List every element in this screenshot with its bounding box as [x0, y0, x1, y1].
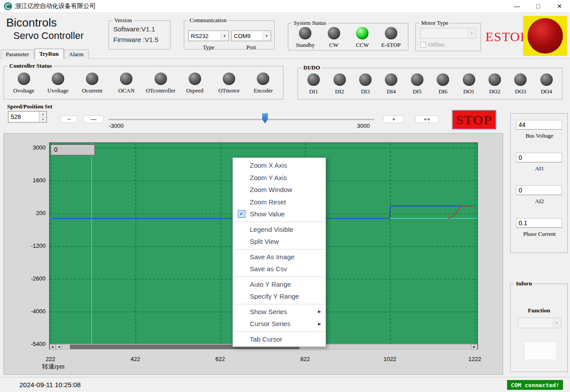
decrease-button[interactable]: −: [61, 115, 78, 123]
system-status-group: System Status StandbyCWCCWE-STOP: [288, 23, 408, 50]
title-bar: 浙江亿控自动化设备有限公司 — □ ✕: [0, 0, 570, 12]
led-icon: [299, 27, 311, 39]
readout-ai2: 0AI2: [516, 185, 563, 205]
indicator-ospeed: Ospeed: [178, 73, 212, 94]
motor-type-select[interactable]: ▼: [420, 28, 476, 38]
readout-bus-voltage: 44Bus Voltage: [516, 120, 563, 139]
connection-status-badge: COM connected!: [507, 380, 563, 390]
menu-item-specify-y-range[interactable]: Specify Y Range: [233, 290, 326, 303]
menu-item-legend-visible[interactable]: Legend Visible: [233, 223, 326, 236]
scroll-home-button[interactable]: ◉: [50, 344, 56, 350]
led-icon: [540, 73, 553, 86]
scroll-right-button[interactable]: ▶: [471, 344, 477, 350]
readout-value: 44: [516, 120, 562, 130]
speed-spinner[interactable]: 528 ▲ ▼: [8, 111, 47, 123]
menu-item-label: Zoom Reset: [250, 198, 326, 206]
chevron-down-icon: ▼: [553, 319, 560, 327]
menu-item-save-as-csv[interactable]: Save as Csv: [233, 263, 326, 275]
tab-alarm[interactable]: Alarm: [64, 50, 89, 59]
led-label: Encoder: [254, 87, 273, 94]
system-status-group-title: System Status: [292, 19, 328, 27]
led-label: Uvoltage: [47, 87, 69, 94]
spin-up-button[interactable]: ▲: [39, 111, 47, 117]
close-button[interactable]: ✕: [549, 0, 570, 12]
tab-tryrun[interactable]: TryRun: [35, 49, 64, 59]
led-label: Ospeed: [186, 87, 203, 94]
comm-port-label: Port: [231, 44, 271, 51]
speed-slider-handle[interactable]: [262, 113, 268, 123]
indicator-ccw: CCW: [348, 27, 377, 49]
comm-type-value: RS232: [191, 33, 209, 39]
menu-item-cursor-series[interactable]: Cursor Series▶: [233, 318, 326, 330]
menu-item-zoom-y-axis[interactable]: Zoom Y Axis: [233, 172, 326, 184]
indicator-di4: DI4: [378, 73, 404, 95]
led-icon: [189, 73, 201, 85]
led-label: CW: [329, 42, 338, 49]
indicator-uvoltage: Uvoltage: [41, 73, 75, 94]
maximize-button[interactable]: □: [527, 0, 549, 12]
led-icon: [385, 73, 397, 86]
checkmark-icon: ✔: [238, 210, 245, 218]
led-label: DI2: [335, 88, 344, 95]
emergency-stop-button[interactable]: [523, 16, 567, 56]
window-controls: — □ ✕: [506, 0, 570, 12]
tab-parameter[interactable]: Parameter: [1, 50, 34, 59]
menu-item-zoom-x-axis[interactable]: Zoom X Axis: [233, 159, 326, 172]
indicator-cw: CW: [320, 27, 349, 49]
offline-checkbox[interactable]: Offline: [420, 41, 445, 48]
x-tick-label: 1022: [377, 356, 402, 362]
inform-display: [524, 342, 557, 360]
decrease-fast-button[interactable]: —: [83, 115, 104, 123]
function-select[interactable]: ▼: [518, 318, 561, 328]
indicator-ocurrent: Ocurrent: [75, 73, 109, 94]
led-label: DO2: [489, 88, 500, 95]
stop-button[interactable]: STOP: [452, 110, 496, 130]
menu-item-split-view[interactable]: Split View: [233, 235, 326, 248]
led-icon: [18, 73, 30, 85]
comm-port-select[interactable]: COM9 ▼: [231, 31, 271, 41]
led-icon: [52, 73, 64, 85]
comm-type-select[interactable]: RS232 ▼: [188, 31, 229, 41]
spin-down-button[interactable]: ▼: [39, 117, 47, 123]
menu-item-tab-cursor[interactable]: Tab Cursor: [233, 333, 326, 346]
scroll-left-button[interactable]: ◀: [56, 344, 62, 350]
menu-item-zoom-window[interactable]: Zoom Window: [233, 184, 326, 196]
speed-slider-track[interactable]: [109, 119, 374, 120]
function-label: Function: [511, 307, 567, 314]
readout-value: 0: [516, 153, 562, 162]
menu-item-label: Legend Visible: [250, 226, 326, 233]
menu-item-label: Show Series: [250, 308, 326, 315]
minimize-button[interactable]: —: [506, 0, 527, 12]
slider-min-label: -3000: [109, 123, 124, 129]
increase-button[interactable]: +: [384, 115, 404, 123]
chevron-down-icon: ▼: [221, 31, 228, 40]
speed-set-title: Speed/Position Set: [7, 103, 52, 110]
checkbox-icon: [420, 42, 426, 48]
menu-item-label: Tab Cursor: [250, 335, 326, 343]
led-label: DI5: [413, 88, 422, 95]
header: Bicontrols Servo Controller Version Soft…: [0, 12, 570, 50]
menu-item-show-series[interactable]: Show Series▶: [233, 306, 326, 318]
emergency-stop-icon: [527, 18, 563, 54]
readout-label: AI1: [516, 165, 563, 172]
menu-item-zoom-reset[interactable]: Zoom Reset: [233, 196, 326, 208]
menu-item-label: Auto Y Range: [250, 281, 326, 288]
menu-gutter: ✔: [233, 210, 250, 218]
increase-fast-button[interactable]: ++: [415, 115, 438, 123]
submenu-arrow-icon: ▶: [318, 322, 321, 326]
readout-ai1: 0AI1: [516, 153, 563, 172]
version-group-title: Version: [112, 17, 134, 24]
led-label: OTcontroller: [146, 87, 175, 94]
speed-value-input[interactable]: 528: [8, 111, 39, 122]
led-label: DI1: [309, 88, 318, 95]
indicator-di1: DI1: [301, 73, 326, 95]
indicator-e-stop: E-STOP: [377, 27, 406, 49]
led-label: DI6: [438, 88, 447, 95]
led-label: Standby: [296, 42, 315, 49]
led-icon: [359, 73, 372, 86]
menu-item-save-as-image[interactable]: Save As Image: [233, 251, 326, 263]
menu-item-show-value[interactable]: ✔Show Value: [233, 208, 326, 220]
communication-group-title: Communication: [188, 17, 229, 24]
menu-separator: [234, 249, 325, 250]
menu-item-auto-y-range[interactable]: Auto Y Range: [233, 278, 326, 291]
